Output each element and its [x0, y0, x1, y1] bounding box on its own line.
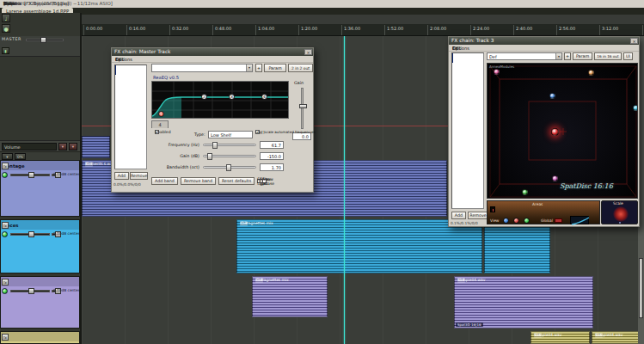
track-panel-1[interactable]: 1Montage≡MS●0fx0.00dB center: [0, 160, 80, 217]
scale-panel: Scale: [601, 200, 638, 224]
preset-combo[interactable]: ▾: [151, 64, 253, 72]
fx-add-button[interactable]: Add: [451, 212, 466, 219]
global-indicator[interactable]: [555, 218, 562, 223]
track-volume-slider[interactable]: [10, 290, 50, 292]
track-volume-slider[interactable]: [10, 174, 50, 176]
fx-list-item[interactable]: ✓Spat3D 1616: [452, 53, 453, 63]
window-menu-options[interactable]: Options: [452, 45, 469, 52]
eq-band-point[interactable]: 2: [201, 94, 207, 100]
audio-status: [96000Hz 32bit (256/512spl) ~11/12ms ASI…: [3, 0, 113, 8]
source-ball[interactable]: [588, 70, 594, 76]
scale-blob[interactable]: [613, 206, 629, 222]
source-ball[interactable]: [552, 175, 558, 181]
media-item[interactable]: C 6Sample04.wav: [592, 331, 638, 344]
band-type-combo[interactable]: Low Shelf: [208, 131, 253, 138]
media-item[interactable]: C 4Sample04.wavSpat3D 16|16: [454, 276, 593, 329]
envelope-selector[interactable]: Volume: [2, 143, 57, 150]
scale-label: Scale: [613, 201, 623, 206]
fx-list[interactable]: ✓Spat3D 1616: [451, 52, 484, 209]
view-green-button[interactable]: [524, 218, 530, 224]
eq-band-point[interactable]: 4: [261, 94, 267, 100]
param-slider[interactable]: [203, 155, 256, 157]
media-item[interactable]: [82, 136, 110, 158]
envelope-arm-button[interactable]: ▾: [58, 143, 67, 150]
source-ball[interactable]: [522, 189, 528, 195]
record-arm-dot[interactable]: [2, 231, 8, 237]
io-routing-button[interactable]: 2 in 2 out: [288, 64, 313, 72]
envelope-hide-button[interactable]: ▾: [69, 143, 77, 150]
param-value-box[interactable]: 61.7: [260, 141, 284, 149]
window-title: FX chain: Master Track: [112, 48, 313, 56]
record-mode-icon[interactable]: ●: [2, 24, 10, 33]
fx-list-item[interactable]: ✓ReaEQ: [115, 65, 116, 75]
fx-button[interactable]: fx: [2, 279, 9, 286]
source-ball[interactable]: [551, 128, 559, 136]
param-value-box[interactable]: 1.70: [260, 163, 284, 171]
view-blue-button[interactable]: [503, 218, 509, 224]
timeline-ruler[interactable]: 0:00.000:16.000:32.000:48.001:04.001:20.…: [82, 24, 644, 36]
ui-toggle-button[interactable]: UI: [623, 52, 633, 60]
fx-button[interactable]: fx: [2, 334, 9, 341]
fx-remove-button[interactable]: Remove: [130, 172, 148, 180]
track-volume-readout: 0.00dB center: [53, 231, 78, 236]
close-icon[interactable]: ×: [630, 38, 638, 44]
project-tab-row: Larene assemblage 1d.RPP: [0, 8, 644, 15]
track-panel-3[interactable]: 3≡MS●0fx0.00dB center: [0, 276, 80, 329]
envelope-mode-button[interactable]: ▾: [2, 153, 13, 160]
window-menu-options[interactable]: Options: [115, 56, 132, 63]
media-item[interactable]: C 4Castagnettes mix: [252, 276, 328, 317]
envelope-value-button[interactable]: 0%: [15, 153, 26, 160]
media-item[interactable]: C 6Sample04.wav: [531, 331, 590, 344]
source-ball[interactable]: [633, 105, 638, 111]
eq-band-point[interactable]: 1: [158, 111, 164, 117]
window-menu: FXEditOptions: [112, 56, 313, 63]
track-volume-slider[interactable]: [10, 233, 50, 236]
vertical-scrollbar-thumb[interactable]: [639, 258, 643, 318]
fx-add-button[interactable]: Add: [114, 172, 129, 180]
fx-button[interactable]: fx: [2, 222, 9, 229]
source-ball[interactable]: [494, 69, 500, 75]
spat-position-canvas[interactable]: AnnexModules SpatDisc 16:16: [487, 63, 638, 199]
media-item[interactable]: C 3Elements: [484, 219, 550, 273]
master-volume-slider[interactable]: [26, 39, 64, 41]
metronome-icon[interactable]: ♩: [2, 14, 10, 22]
eq-band-point[interactable]: 3: [229, 94, 235, 100]
param-label: Gain (dB): [151, 154, 199, 158]
slider-thumb[interactable]: [207, 153, 212, 160]
preset-save-button[interactable]: +: [255, 64, 262, 72]
play-cursor[interactable]: [344, 36, 345, 344]
reset-defaults-button[interactable]: Reset defaults: [218, 177, 255, 185]
track-panel-2[interactable]: 2Pièces≡MS●0fx0.00dB center: [0, 219, 80, 273]
source-ball[interactable]: [549, 93, 555, 99]
record-arm-dot[interactable]: [2, 288, 8, 294]
slider-thumb[interactable]: [212, 142, 218, 149]
close-icon[interactable]: ×: [304, 49, 312, 55]
media-item[interactable]: C 3Castagnettes mix: [236, 219, 482, 273]
fx-button[interactable]: fx: [2, 163, 9, 169]
gain-fader-label: Gain: [294, 81, 304, 85]
param-value-box[interactable]: -150.0: [260, 152, 284, 160]
plugin-corner-label: AnnexModules: [489, 64, 514, 69]
fx-chain-window-master[interactable]: FX chain: Master Track × FXEditOptions ✓…: [111, 47, 314, 193]
curve-display[interactable]: [570, 216, 589, 224]
preset-combo[interactable]: Def▾: [487, 52, 562, 60]
band-tab-4[interactable]: 4: [151, 120, 169, 128]
param-button[interactable]: Param: [264, 64, 286, 72]
gain-fader[interactable]: [301, 88, 304, 129]
view-red-button[interactable]: [513, 218, 519, 224]
preset-save-button[interactable]: +: [564, 52, 571, 60]
track-panel-4[interactable]: 4≡MS●0fx: [0, 331, 80, 344]
record-arm-dot[interactable]: [2, 172, 8, 178]
io-routing-button[interactable]: 16 in 16 out: [594, 52, 622, 60]
fx-list[interactable]: ✓MonVue 5..✓ReaEQ✓ReaEQ✓ReaEQ✓ReaEQ✓ReaE…: [114, 64, 147, 169]
param-slider[interactable]: [203, 144, 256, 146]
slider-thumb[interactable]: [226, 164, 231, 171]
param-slider[interactable]: [203, 166, 256, 169]
master-button-5[interactable]: ▮: [2, 47, 9, 54]
remove-band-button[interactable]: Remove band: [181, 177, 216, 185]
add-band-button[interactable]: Add band: [151, 177, 178, 185]
param-button[interactable]: Param: [573, 52, 592, 60]
fx-remove-button[interactable]: Remove: [468, 212, 488, 219]
eq-graph[interactable]: 1001k10k 1234: [151, 81, 289, 119]
fx-chain-window-track3[interactable]: FX chain: Track 3 × FXEditOptions ✓Spat3…: [448, 36, 640, 227]
